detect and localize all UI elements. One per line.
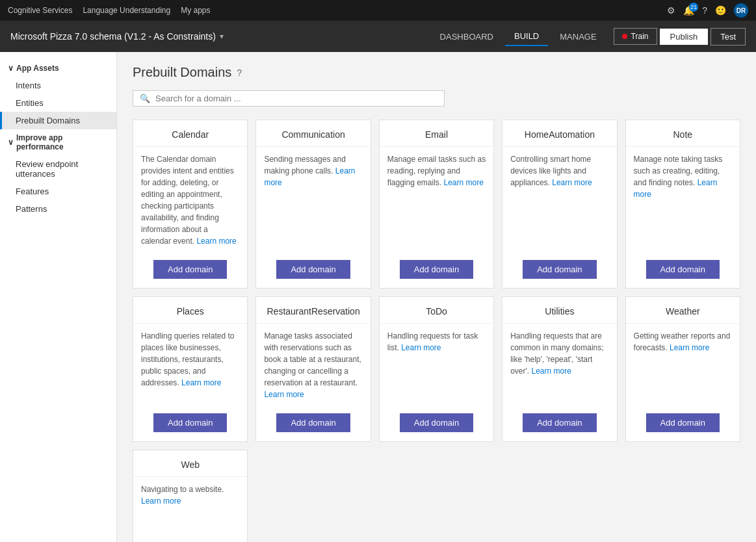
add-domain-button[interactable]: Add domain	[523, 260, 596, 279]
domain-card: Web Navigating to a website. Learn more …	[133, 450, 248, 542]
domain-card-body: Controlling smart home devices like ligh…	[502, 147, 616, 253]
domain-card-title: Note	[626, 120, 740, 147]
add-domain-button[interactable]: Add domain	[153, 413, 227, 432]
sidebar-section-label: App Assets	[16, 64, 59, 73]
nav-build[interactable]: BUILD	[505, 27, 548, 46]
content-area: Prebuilt Domains ? 🔍 Calendar The Calend…	[117, 52, 756, 542]
domain-card-body: Handling requests that are common in man…	[502, 324, 616, 407]
learn-more-link[interactable]: Learn more	[264, 390, 304, 399]
gear-icon[interactable]: ⚙	[667, 5, 675, 16]
domain-card-footer: Add domain	[133, 253, 247, 288]
train-status-dot	[622, 34, 627, 39]
add-domain-button[interactable]: Add domain	[400, 260, 473, 279]
domain-card: HomeAutomation Controlling smart home de…	[502, 120, 617, 289]
domain-card-title: Web	[133, 450, 247, 477]
bell-icon[interactable]: 🔔 21	[683, 5, 694, 16]
train-button[interactable]: Train	[614, 28, 657, 45]
domain-card: RestaurantReservation Manage tasks assoc…	[255, 296, 371, 442]
search-input[interactable]	[155, 94, 437, 103]
my-apps-link[interactable]: My apps	[181, 6, 210, 15]
help-tooltip-icon[interactable]: ?	[237, 68, 242, 78]
sidebar-item-intents[interactable]: Intents	[0, 77, 116, 94]
learn-more-link[interactable]: Learn more	[532, 367, 571, 376]
learn-more-link[interactable]: Learn more	[141, 497, 181, 506]
header-nav: DASHBOARD BUILD MANAGE Train Publish Tes…	[431, 27, 746, 46]
add-domain-button[interactable]: Add domain	[646, 413, 720, 432]
sidebar-item-entities[interactable]: Entities	[0, 94, 116, 112]
sidebar-item-prebuilt-domains[interactable]: Prebuilt Domains	[0, 112, 116, 129]
notification-badge: 21	[689, 3, 698, 12]
sidebar-section-improve-arrow: ∨	[8, 138, 14, 147]
domain-card-title: Places	[133, 297, 247, 324]
language-understanding-link[interactable]: Language Understanding	[83, 6, 170, 15]
domain-card: Calendar The Calendar domain provides in…	[133, 120, 248, 289]
domain-card-body: Getting weather reports and forecasts. L…	[626, 324, 740, 407]
top-bar: Cognitive Services Language Understandin…	[0, 0, 756, 21]
page-title: Prebuilt Domains	[133, 65, 231, 80]
domain-card-title: Email	[380, 120, 493, 147]
learn-more-link[interactable]: Learn more	[670, 343, 709, 352]
cognitive-services-link[interactable]: Cognitive Services	[8, 6, 72, 15]
sidebar-item-review-utterances[interactable]: Review endpoint utterances	[0, 155, 116, 183]
domain-card-body: Sending messages and making phone calls.…	[256, 147, 370, 253]
sidebar-section-improve[interactable]: ∨ Improve app performance	[0, 129, 116, 155]
sidebar: ∨ App Assets Intents Entities Prebuilt D…	[0, 52, 117, 542]
domain-card-title: RestaurantReservation	[256, 297, 370, 324]
domain-card-body: Manage note taking tasks such as creatin…	[626, 147, 740, 253]
emoji-icon[interactable]: 🙂	[715, 5, 726, 16]
top-bar-right: ⚙ 🔔 21 ? 🙂 DR	[667, 3, 748, 18]
sidebar-section-app-assets[interactable]: ∨ App Assets	[0, 60, 116, 77]
help-icon[interactable]: ?	[702, 5, 707, 16]
publish-button[interactable]: Publish	[660, 29, 709, 45]
domain-card-footer: Add domain	[256, 253, 370, 288]
domain-card-footer: Add domain	[626, 253, 740, 288]
nav-manage[interactable]: MANAGE	[551, 28, 605, 45]
domain-card-footer: Add domain	[380, 407, 493, 441]
page-title-row: Prebuilt Domains ?	[133, 65, 740, 80]
learn-more-link[interactable]: Learn more	[196, 237, 236, 246]
domain-card-title: Utilities	[502, 297, 616, 324]
add-domain-button[interactable]: Add domain	[153, 260, 227, 279]
add-domain-button[interactable]: Add domain	[276, 260, 350, 279]
domain-card-footer: Add domain	[380, 253, 493, 288]
domain-card-title: Weather	[626, 297, 740, 324]
domain-card-body: Manage email tasks such as reading, repl…	[380, 147, 493, 253]
domain-card-title: ToDo	[380, 297, 493, 324]
add-domain-button[interactable]: Add domain	[646, 260, 720, 279]
test-button[interactable]: Test	[710, 28, 746, 45]
search-bar: 🔍	[133, 90, 445, 107]
domain-card-body: Handling requests for task list. Learn m…	[380, 324, 493, 407]
sidebar-section-arrow: ∨	[8, 64, 14, 73]
domain-card-footer: Add domain	[502, 407, 616, 441]
domain-card-footer: Add domain	[502, 253, 616, 288]
domain-card: ToDo Handling requests for task list. Le…	[379, 296, 494, 442]
search-icon: 🔍	[140, 94, 150, 103]
domain-card: Weather Getting weather reports and fore…	[625, 296, 740, 442]
learn-more-link[interactable]: Learn more	[181, 378, 221, 387]
domain-card-title: Communication	[256, 120, 370, 147]
domain-card-body: Navigating to a website. Learn more	[133, 477, 247, 542]
learn-more-link[interactable]: Learn more	[552, 178, 592, 187]
domain-card-body: Manage tasks associated with reservation…	[256, 324, 370, 407]
sidebar-item-features[interactable]: Features	[0, 183, 116, 200]
learn-more-link[interactable]: Learn more	[401, 343, 441, 352]
sidebar-item-patterns[interactable]: Patterns	[0, 200, 116, 218]
domains-grid: Calendar The Calendar domain provides in…	[133, 120, 740, 542]
nav-dashboard[interactable]: DASHBOARD	[431, 28, 502, 45]
domain-card: Note Manage note taking tasks such as cr…	[625, 120, 740, 289]
domain-card-title: HomeAutomation	[502, 120, 616, 147]
learn-more-link[interactable]: Learn more	[634, 178, 718, 199]
domain-card-body: Handling queries related to places like …	[133, 324, 247, 407]
app-title-chevron[interactable]: ▾	[220, 32, 224, 41]
add-domain-button[interactable]: Add domain	[276, 413, 350, 432]
add-domain-button[interactable]: Add domain	[523, 413, 596, 432]
main-layout: ∨ App Assets Intents Entities Prebuilt D…	[0, 52, 756, 542]
app-title: Microsoft Pizza 7.0 schema (V1.2 - As Co…	[10, 31, 224, 42]
learn-more-link[interactable]: Learn more	[264, 166, 355, 187]
app-name-text: Microsoft Pizza 7.0 schema (V1.2 - As Co…	[10, 31, 216, 42]
learn-more-link[interactable]: Learn more	[444, 178, 484, 187]
add-domain-button[interactable]: Add domain	[400, 413, 473, 432]
avatar: DR	[734, 3, 748, 18]
domain-card: Communication Sending messages and makin…	[255, 120, 371, 289]
header-bar: Microsoft Pizza 7.0 schema (V1.2 - As Co…	[0, 21, 756, 52]
